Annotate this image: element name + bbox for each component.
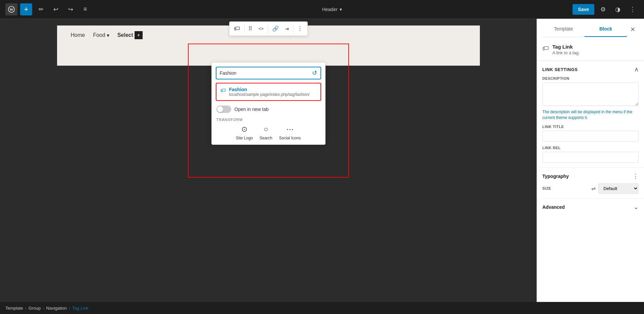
topbar-left: W + ✏ ↩ ↪ ≡ xyxy=(5,3,91,15)
transform-search[interactable]: ○ Search xyxy=(259,125,272,140)
open-new-tab-label: Open in new tab xyxy=(235,107,269,112)
separator xyxy=(244,25,244,33)
description-textarea[interactable] xyxy=(542,82,639,106)
topbar-right: Save ⚙ ◑ ⋮ xyxy=(573,3,639,15)
typography-title: Typography xyxy=(542,174,569,179)
link-settings-section: Link settings ∧ DESCRIPTION The descript… xyxy=(537,61,644,168)
nav-add-button[interactable]: + xyxy=(135,31,143,39)
nav-food[interactable]: Food ▾ xyxy=(93,32,109,39)
link-icon: 🔗 xyxy=(272,25,279,32)
tag-icon: 🏷 xyxy=(234,25,240,32)
contrast-button[interactable]: ◑ xyxy=(612,3,624,15)
description-hint: The description will be displayed in the… xyxy=(542,109,639,121)
size-select[interactable]: Default Small Medium Large X-Large xyxy=(598,183,639,194)
header-label: Header xyxy=(322,7,338,12)
description-label: DESCRIPTION xyxy=(542,76,639,80)
sidebar: Template Block ✕ 🏷 Tag Link A link to a … xyxy=(537,19,644,302)
sidebar-close-button[interactable]: ✕ xyxy=(627,22,639,37)
gear-button[interactable]: ⚙ xyxy=(597,3,609,15)
block-title: Tag Link xyxy=(552,44,580,50)
result-url: localhost/sample page/index.php/tag/fash… xyxy=(229,92,310,97)
search-label: Search xyxy=(259,136,272,140)
open-new-tab-toggle[interactable] xyxy=(216,106,231,113)
ellipsis-icon: ⋮ xyxy=(630,6,636,13)
drag-handle-button[interactable]: ⠿ xyxy=(246,23,255,34)
site-logo-label: Site Logo xyxy=(236,136,253,140)
block-tag-icon: 🏷 xyxy=(542,45,549,52)
pencil-icon: ✏ xyxy=(39,6,44,13)
block-details: Tag Link A link to a tag. xyxy=(552,44,580,55)
breadcrumb-navigation[interactable]: Navigation xyxy=(46,306,67,311)
breadcrumb-group[interactable]: Group xyxy=(29,306,41,311)
typography-more-button[interactable]: ⋮ xyxy=(633,173,639,180)
contrast-icon: ◑ xyxy=(615,6,621,13)
transform-label: TRANSFORM xyxy=(216,118,321,122)
redo-button[interactable]: ↪ xyxy=(64,3,77,15)
link-rel-input[interactable] xyxy=(542,152,639,163)
section-collapse-button[interactable]: ∧ xyxy=(634,66,639,73)
list-icon: ≡ xyxy=(84,6,87,13)
link-popup: ↺ 🏷 Fashion localhost/sample page/index.… xyxy=(211,62,326,145)
tag-link-icon: 🏷 xyxy=(220,87,226,93)
list-view-button[interactable]: ≡ xyxy=(79,3,91,15)
header-chevron-icon: ▾ xyxy=(340,7,342,12)
link-title-field: LINK TITLE xyxy=(542,125,639,142)
result-info: Fashion localhost/sample page/index.php/… xyxy=(229,87,310,97)
chevron-up-icon: ∧ xyxy=(634,66,639,73)
search-icon: ○ xyxy=(264,125,268,134)
tools-button[interactable]: ✏ xyxy=(35,3,47,15)
svg-text:W: W xyxy=(10,7,13,11)
separator2 xyxy=(268,25,268,33)
link-title-label: LINK TITLE xyxy=(542,125,639,129)
save-button[interactable]: Save xyxy=(573,4,594,15)
social-icons-label: Social Icons xyxy=(279,136,301,140)
more-options-button[interactable]: ⋮ xyxy=(295,23,305,34)
link-search-wrap: ↺ xyxy=(216,67,321,79)
breadcrumb-tag-link[interactable]: Tag Link xyxy=(72,306,88,311)
drag-icon: ⠿ xyxy=(248,25,252,32)
link-rel-label: LINK REL xyxy=(542,146,639,150)
transform-social-icons[interactable]: ⋯ Social Icons xyxy=(279,125,301,140)
block-toolbar: 🏷 ⠿ <> 🔗 ⇥ ⋮ xyxy=(229,21,307,36)
fashion-result[interactable]: 🏷 Fashion localhost/sample page/index.ph… xyxy=(216,83,321,101)
size-label: SIZE xyxy=(542,186,551,190)
advanced-chevron-button[interactable]: ⌄ xyxy=(634,203,639,211)
breadcrumb-template[interactable]: Template xyxy=(5,306,23,311)
block-info: 🏷 Tag Link A link to a tag. xyxy=(537,40,644,61)
chevron-down-icon: ⌄ xyxy=(634,204,639,210)
tab-template[interactable]: Template xyxy=(542,21,585,37)
nav-select[interactable]: Select + xyxy=(117,31,143,39)
transform-site-logo[interactable]: ⊙ Site Logo xyxy=(236,125,253,140)
link-button[interactable]: 🔗 xyxy=(269,23,282,34)
add-block-button[interactable]: + xyxy=(20,3,32,15)
undo-button[interactable]: ↩ xyxy=(50,3,62,15)
social-icons-icon: ⋯ xyxy=(286,125,294,134)
size-row: SIZE ⇌ Default Small Medium Large X-Larg… xyxy=(542,183,639,194)
filter-icon[interactable]: ⇌ xyxy=(591,185,596,192)
breadcrumb-sep2: › xyxy=(43,306,44,311)
block-type-button[interactable]: 🏷 xyxy=(231,23,243,34)
code-toggle-button[interactable]: <> xyxy=(256,24,266,33)
link-search-input[interactable] xyxy=(220,70,312,76)
sidebar-tabs: Template Block xyxy=(542,21,627,37)
block-desc: A link to a tag. xyxy=(552,50,580,55)
redo-icon: ↪ xyxy=(68,6,73,13)
advanced-header[interactable]: Advanced ⌄ xyxy=(542,203,639,211)
topbar-center[interactable]: Header ▾ xyxy=(322,7,342,12)
topbar: W + ✏ ↩ ↪ ≡ Header ▾ Save ⚙ ◑ ⋮ xyxy=(0,0,644,19)
indent-button[interactable]: ⇥ xyxy=(282,24,292,34)
nav-home[interactable]: Home xyxy=(71,32,85,38)
options-button[interactable]: ⋮ xyxy=(627,3,639,15)
result-title: Fashion xyxy=(229,87,310,92)
open-new-tab-row: Open in new tab xyxy=(216,106,321,113)
typography-more-icon: ⋮ xyxy=(633,173,639,180)
size-controls: ⇌ Default Small Medium Large X-Large xyxy=(591,183,639,194)
spinner-icon: ↺ xyxy=(312,69,317,77)
link-rel-field: LINK REL xyxy=(542,146,639,163)
link-title-input[interactable] xyxy=(542,131,639,142)
typography-section: Typography ⋮ SIZE ⇌ Default Small Medium… xyxy=(537,168,644,199)
typography-header[interactable]: Typography ⋮ xyxy=(542,173,639,180)
breadcrumb: Template › Group › Navigation › Tag Link xyxy=(0,302,644,314)
tab-block[interactable]: Block xyxy=(585,21,627,37)
advanced-section: Advanced ⌄ xyxy=(537,199,644,215)
